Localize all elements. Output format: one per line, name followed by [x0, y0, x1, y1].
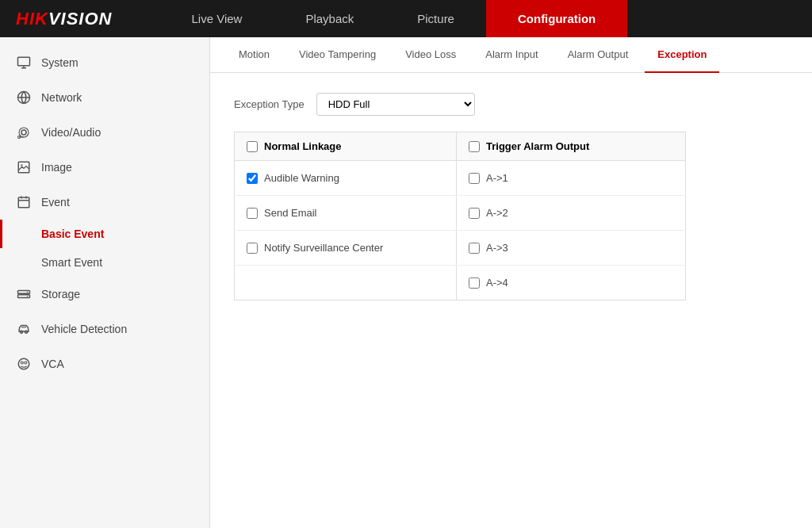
- sidebar-item-image[interactable]: Image: [0, 150, 209, 185]
- sidebar-subitem-smart-event[interactable]: Smart Event: [0, 248, 209, 277]
- sidebar-item-storage[interactable]: Storage: [0, 277, 209, 312]
- table-row: Audible Warning A->1: [235, 161, 686, 196]
- send-email-checkbox[interactable]: [247, 208, 258, 219]
- send-email-label: Send Email: [264, 207, 316, 219]
- sidebar: System Network Video/Audio Image: [0, 37, 210, 528]
- a1-checkbox[interactable]: [469, 173, 480, 184]
- sidebar-label-vehicle-detection: Vehicle Detection: [41, 323, 127, 335]
- nav-configuration[interactable]: Configuration: [486, 0, 627, 37]
- tab-motion[interactable]: Motion: [226, 37, 282, 73]
- svg-point-17: [27, 292, 29, 293]
- top-nav: HIKVISION Live View Playback Picture Con…: [0, 0, 812, 37]
- sidebar-item-video-audio[interactable]: Video/Audio: [0, 115, 209, 150]
- svg-point-10: [21, 164, 22, 166]
- a3-checkbox[interactable]: [469, 243, 480, 254]
- nav-picture[interactable]: Picture: [385, 0, 486, 37]
- nav-items: Live View Playback Picture Configuration: [159, 0, 796, 37]
- a1-label: A->1: [486, 172, 508, 184]
- main-layout: System Network Video/Audio Image: [0, 37, 812, 528]
- logo-white: VISION: [48, 9, 113, 29]
- col1-cell-2: Send Email: [235, 196, 457, 231]
- tab-video-tampering[interactable]: Video Tampering: [286, 37, 389, 73]
- a4-checkbox[interactable]: [469, 277, 480, 289]
- a2-checkbox[interactable]: [469, 208, 480, 219]
- notify-surveillance-checkbox[interactable]: [247, 243, 258, 254]
- sidebar-item-system[interactable]: System: [0, 45, 209, 80]
- network-icon: [16, 90, 32, 105]
- content-area: Motion Video Tampering Video Loss Alarm …: [210, 37, 812, 528]
- sidebar-label-system: System: [41, 56, 79, 69]
- sidebar-label-network: Network: [41, 91, 82, 104]
- sidebar-item-event[interactable]: Event: [0, 185, 209, 220]
- col2-cell-3: A->3: [457, 231, 686, 266]
- sidebar-sublabel-smart-event: Smart Event: [41, 256, 102, 269]
- audible-warning-checkbox[interactable]: [247, 173, 258, 184]
- sidebar-item-vca[interactable]: VCA: [0, 346, 209, 381]
- svg-rect-11: [18, 197, 29, 208]
- col2-cell-4: A->4: [457, 266, 686, 300]
- exception-type-label: Exception Type: [234, 98, 304, 110]
- sidebar-label-video-audio: Video/Audio: [41, 126, 101, 139]
- a2-label: A->2: [486, 207, 508, 219]
- svg-point-6: [19, 128, 29, 137]
- tab-alarm-output[interactable]: Alarm Output: [555, 37, 642, 73]
- normal-linkage-header-checkbox[interactable]: [247, 141, 258, 152]
- system-icon: [16, 55, 32, 71]
- sidebar-label-storage: Storage: [41, 288, 80, 300]
- col1-cell-1: Audible Warning: [235, 161, 457, 196]
- logo-red: HIK: [16, 9, 48, 29]
- svg-point-18: [27, 296, 29, 297]
- col1-header: Normal Linkage: [235, 132, 457, 161]
- logo: HIKVISION: [16, 9, 112, 29]
- image-icon: [16, 159, 32, 175]
- tab-exception[interactable]: Exception: [645, 37, 719, 73]
- exception-type-row: Exception Type HDD Full HDD Error Networ…: [234, 93, 788, 116]
- svg-point-22: [21, 362, 23, 364]
- nav-live-view[interactable]: Live View: [159, 0, 274, 37]
- col1-cell-4: [235, 266, 457, 300]
- exception-type-select[interactable]: HDD Full HDD Error Network Disconnected …: [316, 93, 475, 116]
- event-icon: [16, 194, 32, 210]
- sidebar-label-image: Image: [41, 161, 72, 174]
- col2-cell-1: A->1: [457, 161, 686, 196]
- col2-header: Trigger Alarm Output: [457, 132, 686, 161]
- sidebar-label-event: Event: [41, 196, 70, 209]
- a3-label: A->3: [486, 242, 508, 254]
- notify-surveillance-label: Notify Surveillance Center: [264, 242, 383, 254]
- table-row: Notify Surveillance Center A->3: [235, 231, 686, 266]
- trigger-alarm-header-checkbox[interactable]: [469, 141, 480, 152]
- vca-icon: [16, 356, 32, 372]
- sidebar-sublabel-basic-event: Basic Event: [41, 228, 104, 240]
- linkage-table: Normal Linkage Trigger Alarm Output: [234, 132, 686, 300]
- tab-video-loss[interactable]: Video Loss: [393, 37, 469, 73]
- col1-cell-3: Notify Surveillance Center: [235, 231, 457, 266]
- audible-warning-label: Audible Warning: [264, 172, 339, 184]
- svg-point-21: [18, 358, 29, 369]
- table-row: Send Email A->2: [235, 196, 686, 231]
- nav-playback[interactable]: Playback: [274, 0, 385, 37]
- vehicle-icon: [16, 321, 32, 337]
- content-body: Exception Type HDD Full HDD Error Networ…: [210, 73, 812, 320]
- a4-label: A->4: [486, 277, 508, 289]
- sidebar-subitem-basic-event[interactable]: Basic Event: [0, 220, 209, 248]
- svg-point-5: [21, 130, 26, 135]
- sidebar-label-vca: VCA: [41, 358, 64, 370]
- video-icon: [16, 124, 32, 140]
- col2-cell-2: A->2: [457, 196, 686, 231]
- sidebar-item-network[interactable]: Network: [0, 80, 209, 115]
- sub-tabs: Motion Video Tampering Video Loss Alarm …: [210, 37, 812, 73]
- tab-alarm-input[interactable]: Alarm Input: [473, 37, 550, 73]
- svg-rect-0: [18, 57, 30, 66]
- table-row: A->4: [235, 266, 686, 300]
- storage-icon: [16, 286, 32, 302]
- svg-point-23: [25, 362, 27, 364]
- sidebar-item-vehicle-detection[interactable]: Vehicle Detection: [0, 312, 209, 346]
